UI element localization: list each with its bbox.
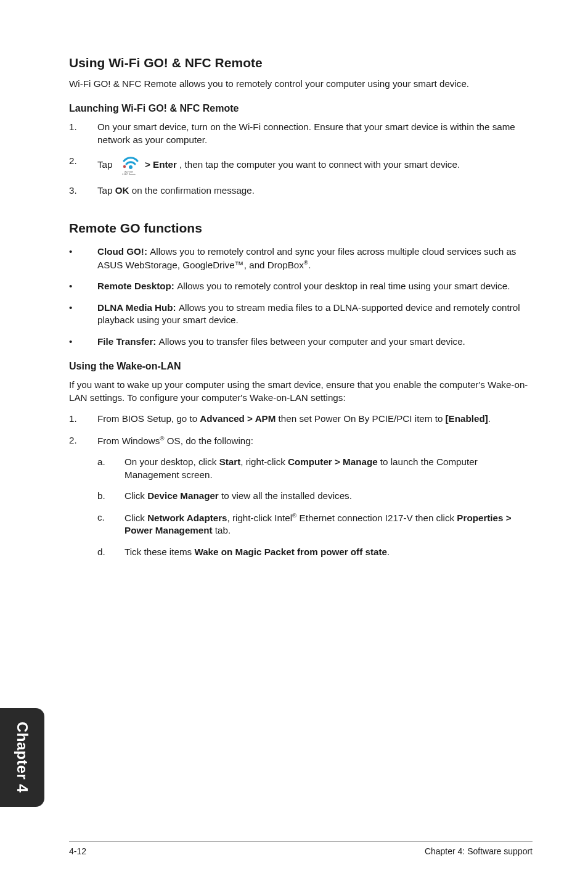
bold-text: OK bbox=[115, 185, 129, 196]
text: Allows you to transfer files between you… bbox=[159, 336, 465, 347]
bullet: • bbox=[69, 245, 97, 271]
step-body: From Windows® OS, do the following: a. O… bbox=[97, 434, 533, 567]
chapter-title-footer: Chapter 4: Software support bbox=[425, 846, 533, 857]
wol-steps: 1. From BIOS Setup, go to Advanced > APM… bbox=[69, 413, 533, 567]
bold-text: Device Manager bbox=[147, 490, 219, 501]
heading-using-wifi-go: Using Wi-Fi GO! & NFC Remote bbox=[69, 54, 533, 72]
text: Tap bbox=[97, 160, 115, 170]
list-item: 3. Tap OK on the confirmation message. bbox=[69, 184, 533, 197]
list-item: a. On your desktop, click Start, right-c… bbox=[97, 456, 533, 481]
text: From Windows bbox=[97, 435, 160, 446]
text: Ethernet connection I217-V then click bbox=[296, 513, 457, 523]
function-body: DLNA Media Hub: Allows you to stream med… bbox=[97, 302, 533, 327]
step-body: From BIOS Setup, go to Advanced > APM th… bbox=[97, 413, 533, 426]
svg-point-1 bbox=[123, 165, 126, 168]
chapter-side-tab: Chapter 4 bbox=[0, 708, 44, 807]
step-body: Tap OK on the confirmation message. bbox=[97, 184, 533, 197]
page-number: 4-12 bbox=[69, 846, 86, 857]
svg-text:& NFC Remote: & NFC Remote bbox=[122, 173, 136, 176]
list-item: • File Transfer: Allows you to transfer … bbox=[69, 336, 533, 349]
list-item: d. Tick these items Wake on Magic Packet… bbox=[97, 546, 533, 559]
list-item: • DLNA Media Hub: Allows you to stream m… bbox=[69, 302, 533, 327]
step-body: On your smart device, turn on the Wi-Fi … bbox=[97, 121, 533, 146]
bullet: • bbox=[69, 280, 97, 293]
function-title: Cloud GO!: bbox=[97, 246, 150, 257]
bullet: • bbox=[69, 336, 97, 349]
substep-letter: d. bbox=[97, 546, 125, 559]
functions-list: • Cloud GO!: Allows you to remotely cont… bbox=[69, 245, 533, 348]
text: , right-click bbox=[240, 456, 288, 467]
step-number: 1. bbox=[69, 413, 97, 426]
wol-substeps: a. On your desktop, click Start, right-c… bbox=[97, 456, 533, 558]
bold-text: Advanced > APM bbox=[200, 413, 276, 424]
text: Tap bbox=[97, 185, 115, 196]
function-title: File Transfer: bbox=[97, 336, 159, 347]
wol-intro-paragraph: If you want to wake up your computer usi… bbox=[69, 379, 533, 404]
heading-wake-on-lan: Using the Wake-on-LAN bbox=[69, 360, 533, 373]
list-item: b. Click Device Manager to view all the … bbox=[97, 490, 533, 503]
step-number: 1. bbox=[69, 121, 97, 146]
bold-text: Computer > Manage bbox=[288, 456, 378, 467]
launching-steps: 1. On your smart device, turn on the Wi-… bbox=[69, 121, 533, 197]
function-body: Cloud GO!: Allows you to remotely contro… bbox=[97, 245, 533, 271]
substep-body: On your desktop, click Start, right-clic… bbox=[125, 456, 533, 481]
bold-text: [Enabled] bbox=[446, 413, 488, 424]
text: Click bbox=[125, 513, 147, 523]
substep-letter: a. bbox=[97, 456, 125, 481]
function-body: Remote Desktop: Allows you to remotely c… bbox=[97, 280, 533, 293]
text: On your desktop, click bbox=[125, 456, 219, 467]
list-item: • Cloud GO!: Allows you to remotely cont… bbox=[69, 245, 533, 271]
bold-text: Wake on Magic Packet from power off stat… bbox=[194, 547, 387, 557]
chapter-side-tab-label: Chapter 4 bbox=[12, 722, 32, 793]
substep-letter: b. bbox=[97, 490, 125, 503]
bullet: • bbox=[69, 302, 97, 327]
function-title: DLNA Media Hub: bbox=[97, 302, 179, 313]
wifi-go-app-icon: Wi-Fi GO! & NFC Remote bbox=[116, 155, 141, 176]
text: Click bbox=[125, 490, 147, 501]
function-body: File Transfer: Allows you to transfer fi… bbox=[97, 336, 533, 349]
text: then set Power On By PCIE/PCI item to bbox=[276, 413, 445, 424]
list-item: c. Click Network Adapters, right-click I… bbox=[97, 511, 533, 537]
text: on the confirmation message. bbox=[129, 185, 255, 196]
page-footer: 4-12 Chapter 4: Software support bbox=[69, 841, 533, 857]
step-body: Tap Wi-Fi GO! & NFC Remote > Enter , the… bbox=[97, 155, 533, 176]
list-item: 2. Tap Wi-Fi GO! & NFC Remote > Enter , … bbox=[69, 155, 533, 176]
list-item: 2. From Windows® OS, do the following: a… bbox=[69, 434, 533, 567]
text: , right-click Intel bbox=[227, 513, 293, 523]
substep-body: Click Device Manager to view all the ins… bbox=[125, 490, 533, 503]
heading-launching: Launching Wi-Fi GO! & NFC Remote bbox=[69, 102, 533, 115]
list-item: • Remote Desktop: Allows you to remotely… bbox=[69, 280, 533, 293]
intro-paragraph: Wi-Fi GO! & NFC Remote allows you to rem… bbox=[69, 78, 533, 91]
step-text: From Windows® OS, do the following: bbox=[97, 435, 253, 446]
function-title: Remote Desktop: bbox=[97, 281, 177, 291]
text: Tick these items bbox=[125, 547, 194, 557]
substep-body: Click Network Adapters, right-click Inte… bbox=[125, 511, 533, 537]
bold-text: Network Adapters bbox=[147, 513, 227, 523]
text: OS, do the following: bbox=[165, 435, 253, 446]
text: to view all the installed devices. bbox=[219, 490, 352, 501]
heading-remote-go-functions: Remote GO functions bbox=[69, 220, 533, 237]
list-item: 1. From BIOS Setup, go to Advanced > APM… bbox=[69, 413, 533, 426]
registered-mark: ® bbox=[160, 435, 164, 442]
svg-point-0 bbox=[129, 165, 133, 169]
bold-text: Start bbox=[219, 456, 241, 467]
step-number: 2. bbox=[69, 434, 97, 567]
text: . bbox=[488, 413, 491, 424]
bold-text: > Enter bbox=[145, 160, 177, 170]
text: tab. bbox=[213, 525, 231, 535]
text: Allows you to remotely control and sync … bbox=[97, 246, 516, 270]
text: , then tap the computer you want to conn… bbox=[179, 160, 460, 170]
text: . bbox=[308, 260, 311, 270]
substep-body: Tick these items Wake on Magic Packet fr… bbox=[125, 546, 533, 559]
list-item: 1. On your smart device, turn on the Wi-… bbox=[69, 121, 533, 146]
text: . bbox=[387, 547, 390, 557]
text: From BIOS Setup, go to bbox=[97, 413, 200, 424]
substep-letter: c. bbox=[97, 511, 125, 537]
text: Allows you to remotely control your desk… bbox=[177, 281, 510, 291]
step-number: 3. bbox=[69, 184, 97, 197]
step-number: 2. bbox=[69, 155, 97, 176]
